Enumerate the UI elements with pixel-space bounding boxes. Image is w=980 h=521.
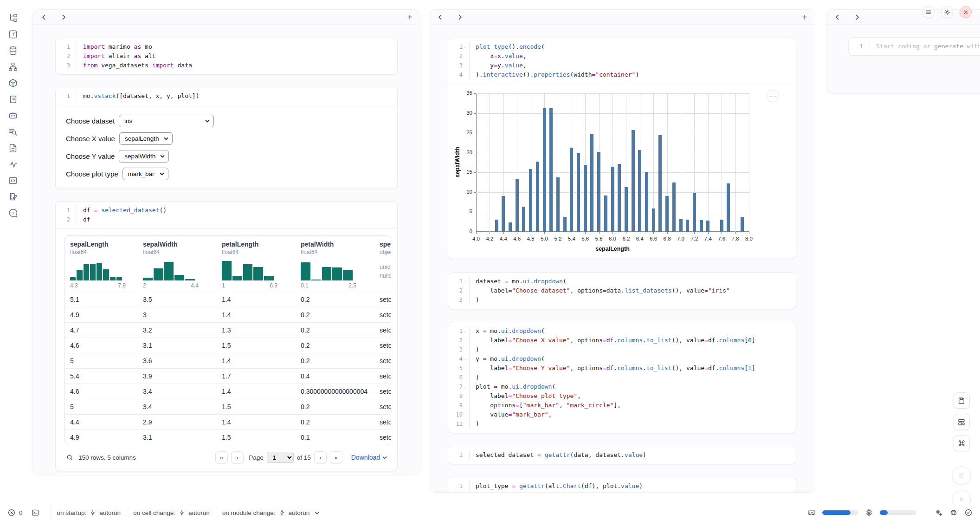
sidebar-help-icon[interactable]: ? (8, 208, 18, 218)
menu-button[interactable] (922, 6, 935, 18)
autorun-setting[interactable]: on startup:autorun (57, 509, 121, 516)
sidebar-packages-icon[interactable] (8, 78, 18, 88)
bar[interactable] (495, 220, 498, 232)
code-placeholder[interactable]: Start coding or generate with AI (870, 42, 980, 51)
cell-xy-dropdowns[interactable]: 1⌄x = mo.ui.dropdown(2 label="Choose X v… (448, 322, 796, 433)
cell-plot[interactable]: 1⌄plot_type().encode(2 x=x.value,3 y=y.v… (448, 38, 796, 259)
cell-new[interactable]: 1 Start coding or generate with AI (848, 37, 980, 56)
shutdown-button[interactable] (960, 6, 972, 18)
settings-button[interactable] (941, 6, 953, 18)
scroll-left-icon[interactable] (834, 13, 841, 21)
prev-page-button[interactable]: ‹ (231, 451, 244, 463)
bar[interactable] (590, 134, 593, 232)
download-button[interactable]: Download (351, 454, 387, 461)
dropdown-select[interactable]: mark_bar (122, 168, 168, 180)
sidebar-functions-icon[interactable]: f (8, 29, 18, 39)
bar[interactable] (618, 164, 621, 232)
column-header-species[interactable]: speciesobjectunique:nulls: (374, 236, 391, 292)
chart-actions-button[interactable]: ··· (767, 90, 779, 102)
table-row[interactable]: 4.63.41.40.30000000000000004setosa (64, 384, 391, 399)
sidebar-file-explorer-icon[interactable] (8, 13, 18, 23)
code-editor[interactable]: 1plot_type = getattr(alt.Chart(df), plot… (448, 477, 796, 493)
next-page-button[interactable]: › (314, 451, 327, 463)
table-row[interactable]: 4.42.91.40.2setosa (64, 414, 391, 430)
code-editor[interactable]: 1df = selected_dataset()2df (56, 202, 397, 228)
table-row[interactable]: 5.13.51.40.2setosa (64, 292, 391, 307)
dropdown-select[interactable]: sepalWidth (119, 150, 169, 163)
layout-button[interactable] (954, 414, 970, 430)
bar[interactable] (665, 196, 669, 232)
table-row[interactable]: 4.73.21.30.2setosa (64, 322, 391, 338)
bar[interactable] (638, 150, 641, 232)
bar[interactable] (597, 152, 600, 232)
bar[interactable] (625, 187, 628, 232)
cell-imports[interactable]: 1import marimo as mo2import altair as al… (55, 38, 398, 75)
sidebar-logs-icon[interactable] (8, 94, 18, 104)
generate-link[interactable]: generate (934, 43, 963, 50)
sidebar-dependency-graph-icon[interactable] (8, 62, 18, 72)
sidebar-tracing-icon[interactable] (8, 159, 18, 169)
sidebar-snippets-icon[interactable] (8, 176, 18, 186)
last-page-button[interactable]: » (330, 451, 342, 463)
column-header-petalLength[interactable]: petalLengthfloat6416.9 (216, 236, 295, 292)
error-indicator[interactable]: 0 (7, 508, 23, 517)
bar[interactable] (549, 108, 553, 232)
cell-dataset-dropdown[interactable]: 1⌄dataset = mo.ui.dropdown(2 label="Choo… (448, 272, 796, 309)
stop-button[interactable] (952, 466, 971, 485)
first-page-button[interactable]: « (215, 451, 228, 463)
add-cell-button[interactable]: + (407, 13, 413, 22)
code-editor[interactable]: 1mo.vstack([dataset, x, y, plot]) (56, 87, 397, 105)
sidebar-chat-icon[interactable] (8, 111, 18, 121)
sidebar-datasources-icon[interactable] (8, 46, 18, 56)
code-editor[interactable]: 1import marimo as mo2import altair as al… (56, 38, 397, 74)
bar[interactable] (522, 207, 525, 232)
bar[interactable] (652, 208, 655, 232)
bar[interactable] (570, 148, 573, 232)
autorun-setting[interactable]: on module change:autorun (222, 509, 320, 516)
scroll-left-icon[interactable] (437, 13, 444, 21)
scroll-right-icon[interactable] (456, 13, 464, 21)
bar[interactable] (536, 162, 539, 232)
cell-dataframe[interactable]: 1df = selected_dataset()2df sepalLengthf… (55, 201, 398, 471)
bar[interactable] (658, 135, 662, 232)
bar[interactable] (720, 220, 723, 232)
table-row[interactable]: 5.43.91.70.4setosa (64, 368, 391, 384)
connection-status-icon[interactable] (964, 508, 973, 517)
cell-selected-dataset[interactable]: 1selected_dataset = getattr(data, datase… (448, 446, 796, 464)
code-editor[interactable]: 1selected_dataset = getattr(data, datase… (448, 446, 796, 464)
bar[interactable] (700, 220, 703, 232)
bar[interactable] (584, 165, 587, 232)
table-row[interactable]: 4.93.11.50.1setosa (64, 430, 391, 445)
bar[interactable] (741, 217, 744, 232)
code-editor[interactable]: 1⌄plot_type().encode(2 x=x.value,3 y=y.v… (448, 38, 796, 84)
cell-vstack[interactable]: 1mo.vstack([dataset, x, y, plot]) Choose… (55, 87, 398, 189)
code-editor[interactable]: 1⌄x = mo.ui.dropdown(2 label="Choose X v… (448, 322, 796, 433)
column-header-petalWidth[interactable]: petalWidthfloat640.12.5 (295, 236, 374, 292)
table-row[interactable]: 4.63.11.50.2setosa (64, 338, 391, 353)
search-icon[interactable] (66, 454, 74, 462)
bar[interactable] (529, 169, 532, 232)
terminal-button[interactable] (31, 508, 39, 517)
dropdown-select[interactable]: sepalLength (119, 132, 173, 145)
bar[interactable] (611, 167, 614, 232)
bar[interactable] (563, 217, 567, 232)
column-header-sepalWidth[interactable]: sepalWidthfloat6424.4 (137, 236, 216, 292)
sidebar-documentation-icon[interactable] (8, 143, 18, 153)
bar[interactable] (516, 179, 519, 232)
bar[interactable] (502, 196, 505, 232)
copilot-icon[interactable] (949, 508, 958, 517)
autorun-setting[interactable]: on cell change:autorun (133, 509, 210, 516)
table-row[interactable]: 4.931.40.2setosa (64, 307, 391, 322)
dropdown-select[interactable]: iris (119, 115, 214, 127)
table-row[interactable]: 53.61.40.2setosa (64, 353, 391, 368)
cell-plot-type[interactable]: 1plot_type = getattr(alt.Chart(df), plot… (448, 477, 796, 493)
scroll-right-icon[interactable] (853, 13, 861, 21)
code-editor[interactable]: 1⌄dataset = mo.ui.dropdown(2 label="Choo… (448, 273, 796, 309)
table-row[interactable]: 53.41.50.2setosa (64, 399, 391, 414)
bar[interactable] (556, 177, 560, 232)
bar[interactable] (509, 222, 512, 232)
bar[interactable] (672, 182, 676, 232)
keyboard-shortcuts-button[interactable] (954, 435, 970, 451)
save-button[interactable] (954, 392, 970, 409)
bar[interactable] (645, 172, 648, 232)
